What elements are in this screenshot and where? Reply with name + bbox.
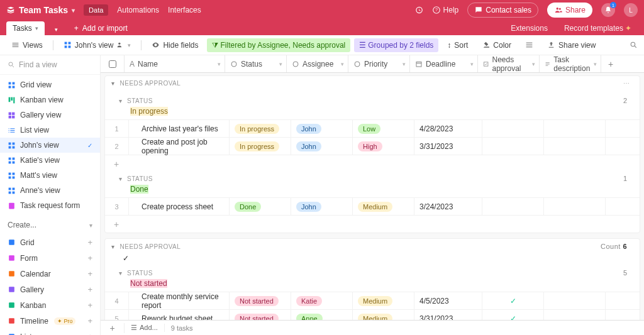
cell-assignee[interactable]: Katie — [291, 292, 353, 309]
column-header-description[interactable]: Task description▾ — [540, 55, 601, 72]
create-view-item[interactable]: Form+ — [0, 250, 100, 266]
current-view-button[interactable]: John's view ▾ — [58, 38, 136, 52]
data-badge[interactable]: Data — [84, 4, 108, 16]
cell-description[interactable] — [544, 198, 606, 215]
create-view-item[interactable]: Timeline✦ Pro+ — [0, 313, 100, 329]
find-view-input[interactable]: Find a view — [0, 55, 100, 75]
add-row-button[interactable]: + — [105, 215, 640, 233]
views-menu-button[interactable]: Views — [6, 38, 48, 52]
chevron-down-icon: ▾ — [72, 7, 75, 14]
sidebar-view-item[interactable]: Grid view — [0, 77, 100, 92]
search-icon[interactable] — [630, 41, 638, 49]
table-tab-more[interactable]: ▾ — [48, 24, 64, 35]
nav-interfaces[interactable]: Interfaces — [168, 6, 201, 14]
row-height-icon — [525, 41, 533, 49]
svg-rect-21 — [12, 116, 14, 118]
cell-status[interactable]: In progress — [230, 138, 291, 155]
extensions-link[interactable]: Extensions — [504, 21, 554, 35]
subgroup-header[interactable]: ▾Status5 — [105, 266, 640, 279]
cell-name[interactable]: Archive last year's files — [129, 120, 230, 137]
create-view-item[interactable]: Gallery+ — [0, 282, 100, 297]
table-tab-tasks[interactable]: Tasks ▾ — [6, 21, 45, 35]
sidebar-view-item[interactable]: Task request form — [0, 198, 100, 213]
select-all-checkbox[interactable] — [101, 55, 125, 72]
cell-assignee[interactable]: John — [291, 120, 353, 137]
sidebar-view-item[interactable]: John's view✓ — [0, 138, 100, 153]
contact-sales-button[interactable]: Contact sales — [467, 3, 538, 18]
cell-priority[interactable]: Medium — [353, 292, 414, 309]
more-icon[interactable]: ⋯ — [623, 80, 630, 87]
cell-approval[interactable] — [482, 138, 544, 155]
sidebar-view-item[interactable]: Kanban view — [0, 92, 100, 107]
cell-status[interactable]: In progress — [230, 120, 291, 137]
sidebar-view-item[interactable]: Anne's view — [0, 183, 100, 198]
table-row[interactable]: 4Create monthly service reportNot starte… — [105, 292, 640, 309]
cell-approval[interactable] — [482, 198, 544, 215]
cell-approval[interactable]: ✓ — [482, 292, 544, 309]
cell-deadline[interactable]: 4/5/2023 — [414, 292, 482, 309]
cell-deadline[interactable]: 4/28/2023 — [414, 120, 482, 137]
share-view-button[interactable]: Share view — [542, 38, 601, 52]
column-header-status[interactable]: Status▾ — [225, 55, 287, 72]
table-row[interactable]: 3Create process sheetDoneJohnMedium3/24/… — [105, 197, 640, 215]
cell-assignee[interactable]: John — [291, 198, 353, 215]
cell-name[interactable]: Create process sheet — [129, 198, 230, 215]
sort-button[interactable]: ↕ Sort — [442, 38, 473, 52]
share-button[interactable]: Share — [547, 3, 592, 18]
table-row[interactable]: 2Create and post job openingIn progressJ… — [105, 137, 640, 155]
cell-approval[interactable] — [482, 120, 544, 137]
row-height-button[interactable] — [520, 38, 538, 52]
create-view-item[interactable]: Calendar+ — [0, 266, 100, 282]
column-header-name[interactable]: AName▾ — [125, 55, 225, 72]
record-templates-link[interactable]: Record templates ✦ — [558, 21, 638, 35]
group-button[interactable]: ☰Grouped by 2 fields — [354, 38, 438, 52]
cell-deadline[interactable]: 3/24/2023 — [414, 198, 482, 215]
hide-fields-button[interactable]: Hide fields — [147, 38, 203, 52]
grid-footer: + ☰Add... 9 tasks — [101, 320, 644, 335]
help-link[interactable]: ? Help — [432, 6, 459, 14]
sidebar-view-item[interactable]: Gallery view — [0, 107, 100, 123]
subgroup-header[interactable]: ▾Status1 — [105, 172, 640, 185]
workspace-title[interactable]: Team Tasks ▾ — [6, 5, 75, 15]
filter-button[interactable]: ⧩Filtered by Assignee, Needs approval — [207, 38, 350, 52]
cell-name[interactable]: Create monthly service report — [129, 292, 230, 309]
add-record-button[interactable]: + — [101, 323, 125, 333]
cell-priority[interactable]: Medium — [353, 198, 414, 215]
cell-status[interactable]: Done — [230, 198, 291, 215]
table-row[interactable]: 1Archive last year's filesIn progressJoh… — [105, 119, 640, 137]
color-button[interactable]: Color — [477, 38, 516, 52]
cell-status[interactable]: Not started — [230, 292, 291, 309]
cell-description[interactable] — [544, 120, 606, 137]
group-header[interactable]: ▾Needs approval⋯ — [105, 76, 640, 91]
user-avatar[interactable]: L — [624, 3, 638, 17]
cell-description[interactable] — [544, 292, 606, 309]
add-column-button[interactable]: + — [601, 55, 620, 72]
cell-assignee[interactable]: John — [291, 138, 353, 155]
cell-priority[interactable]: Low — [353, 120, 414, 137]
create-view-item[interactable]: List+ — [0, 329, 100, 335]
create-section-header[interactable]: Create... ▾ — [0, 216, 100, 234]
history-icon[interactable] — [414, 6, 423, 14]
cell-description[interactable] — [544, 138, 606, 155]
column-header-priority[interactable]: Priority▾ — [348, 55, 410, 72]
cell-name[interactable]: Create and post job opening — [129, 138, 230, 155]
cell-priority[interactable]: High — [353, 138, 414, 155]
sidebar-view-item[interactable]: Matt's view — [0, 168, 100, 183]
svg-rect-18 — [9, 112, 11, 114]
add-or-import-button[interactable]: + Add or import — [68, 21, 134, 35]
create-view-item[interactable]: Grid+ — [0, 234, 100, 250]
column-header-assignee[interactable]: Assignee▾ — [287, 55, 348, 72]
group-header[interactable]: ▾Needs approvalCount 6 — [105, 239, 640, 254]
subgroup-header[interactable]: ▾Status2 — [105, 94, 640, 107]
nav-automations[interactable]: Automations — [117, 6, 159, 14]
column-header-approval[interactable]: Needs approval▾ — [478, 55, 540, 72]
notifications-button[interactable]: 1 — [601, 3, 615, 17]
svg-point-9 — [631, 42, 635, 47]
sidebar-view-item[interactable]: Katie's view — [0, 153, 100, 168]
create-view-item[interactable]: Kanban+ — [0, 297, 100, 313]
add-record-menu[interactable]: ☰Add... — [125, 324, 165, 332]
column-header-deadline[interactable]: Deadline▾ — [410, 55, 478, 72]
add-row-button[interactable]: + — [105, 155, 640, 172]
cell-deadline[interactable]: 3/31/2023 — [414, 138, 482, 155]
sidebar-view-item[interactable]: List view — [0, 123, 100, 138]
